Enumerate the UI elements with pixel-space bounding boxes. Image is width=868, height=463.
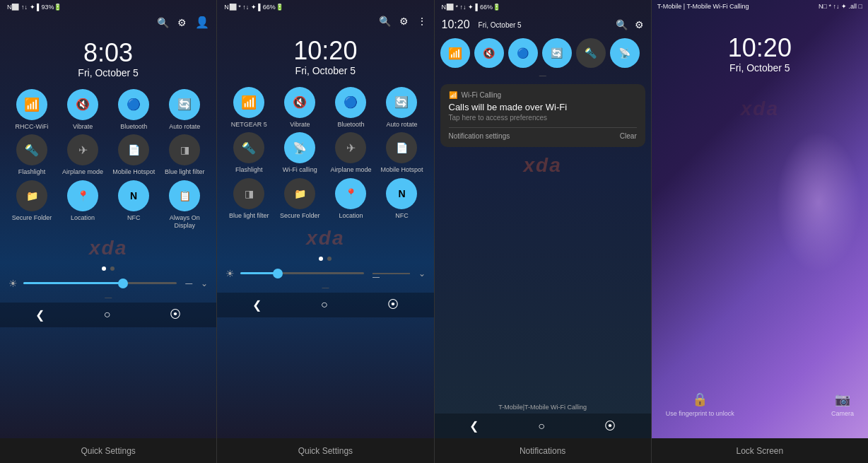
tile-icon-securefolder-2[interactable]: 📁	[284, 178, 315, 209]
notif-tile-vibrate[interactable]: 🔇	[474, 38, 504, 68]
recent-button-3[interactable]: ⦿	[604, 420, 616, 433]
notif-tile-wifi[interactable]: 📶	[440, 38, 470, 68]
notif-tile-flash[interactable]: 🔦	[576, 38, 606, 68]
xda-watermark-2: xda	[217, 224, 433, 252]
brightness-icon-1: ☀	[8, 278, 18, 289]
tile-label-location-1: Location	[71, 214, 95, 222]
status-bar-2: N⬜ * ↑↓ ✦ ▌66%🔋	[217, 0, 433, 14]
lock-status-bar: T-Mobile | T-Mobile Wi-Fi Calling N□ * ↑…	[652, 0, 868, 13]
tile-location-1[interactable]: 📍 Location	[59, 180, 106, 230]
tile-wifi-2[interactable]: 📶 NETGEAR 5	[225, 87, 272, 129]
tile-bluelight-1[interactable]: ◨ Blue light filter	[161, 134, 208, 176]
tile-flash-1[interactable]: 🔦 Flashlight	[8, 134, 55, 176]
tile-vibrate-1[interactable]: 🔇 Vibrate	[59, 89, 106, 131]
notif-tile-rotate[interactable]: 🔄	[542, 38, 572, 68]
tile-bt-2[interactable]: 🔵 Bluetooth	[327, 87, 374, 129]
quick-tiles-2: 📶 NETGEAR 5 🔇 Vibrate 🔵 Bluetooth 🔄 Auto…	[217, 87, 433, 220]
notif-tile-wificall[interactable]: 📡	[610, 38, 640, 68]
home-button-3[interactable]: ○	[538, 420, 545, 433]
brightness-track-1[interactable]	[23, 282, 177, 284]
notif-search-icon[interactable]: 🔍	[616, 19, 628, 30]
tile-icon-location-2[interactable]: 📍	[335, 178, 366, 209]
screen-lock: T-Mobile | T-Mobile Wi-Fi Calling N□ * ↑…	[652, 0, 868, 438]
notif-settings-icon[interactable]: ⚙	[635, 19, 644, 30]
home-button-1[interactable]: ○	[104, 308, 111, 321]
tile-icon-bluelight-1[interactable]: ◨	[169, 134, 200, 165]
tile-icon-rotate-2[interactable]: 🔄	[386, 87, 417, 118]
search-icon-2[interactable]: 🔍	[379, 16, 391, 27]
tile-icon-hotspot-2[interactable]: 📄	[386, 132, 417, 163]
tile-icon-airplane-1[interactable]: ✈	[67, 134, 98, 165]
tile-icon-bt-1[interactable]: 🔵	[118, 89, 149, 120]
tile-icon-wificall-2[interactable]: 📡	[284, 132, 315, 163]
tile-icon-securefolder-1[interactable]: 📁	[16, 180, 47, 211]
tile-icon-location-1[interactable]: 📍	[67, 180, 98, 211]
tile-location-2[interactable]: 📍 Location	[327, 178, 374, 220]
brightness-line-2: —	[373, 273, 409, 274]
tile-wificall-2[interactable]: 📡 Wi-Fi calling	[276, 132, 323, 174]
notif-action-settings[interactable]: Notification settings	[449, 132, 510, 140]
tile-wifi-1[interactable]: 📶 RHCC-WiFi	[8, 89, 55, 131]
back-button-3[interactable]: ❮	[469, 419, 479, 433]
recent-button-1[interactable]: ⦿	[170, 308, 181, 321]
settings-icon-2[interactable]: ⚙	[399, 16, 409, 27]
dot-2-inactive	[327, 257, 332, 261]
brightness-thumb-2[interactable]	[273, 269, 283, 279]
tile-icon-bt-2[interactable]: 🔵	[335, 87, 366, 118]
tile-vibrate-2[interactable]: 🔇 Vibrate	[276, 87, 323, 129]
tile-icon-flash-1[interactable]: 🔦	[16, 134, 47, 165]
brightness-track-2[interactable]	[240, 272, 364, 274]
notif-date: Fri, October 5	[479, 21, 522, 29]
tile-rotate-1[interactable]: 🔄 Auto rotate	[161, 89, 208, 131]
notif-card-actions: Notification settings Clear	[449, 127, 637, 140]
brightness-auto-1[interactable]: —	[185, 279, 192, 287]
recent-button-2[interactable]: ⦿	[387, 298, 399, 311]
tile-icon-vibrate-1[interactable]: 🔇	[67, 89, 98, 120]
tile-icon-nfc-2[interactable]: N	[386, 178, 417, 209]
tile-airplane-1[interactable]: ✈ Airplane mode	[59, 134, 106, 176]
back-button-1[interactable]: ❮	[35, 308, 45, 322]
tile-aod-1[interactable]: 📋 Always On Display	[161, 180, 208, 230]
tile-label-rotate-2: Auto rotate	[386, 121, 417, 129]
lock-fingerprint-action[interactable]: 🔒 Use fingerprint to unlock	[666, 392, 734, 417]
more-icon-1[interactable]: 👤	[195, 16, 209, 29]
back-button-2[interactable]: ❮	[252, 298, 262, 312]
brightness-icon-2: ☀	[225, 268, 235, 279]
tile-securefolder-1[interactable]: 📁 Secure Folder	[8, 180, 55, 230]
expand-icon-1[interactable]: ⌄	[201, 279, 208, 288]
tile-hotspot-1[interactable]: 📄 Mobile Hotspot	[110, 134, 157, 176]
tile-icon-wifi-1[interactable]: 📶	[16, 89, 47, 120]
tile-icon-airplane-2[interactable]: ✈	[335, 132, 366, 163]
tile-icon-vibrate-2[interactable]: 🔇	[284, 87, 315, 118]
tile-hotspot-2[interactable]: 📄 Mobile Hotspot	[378, 132, 425, 174]
tile-nfc-1[interactable]: N NFC	[110, 180, 157, 230]
tile-icon-flash-2[interactable]: 🔦	[233, 132, 264, 163]
tile-label-flash-1: Flashlight	[18, 168, 46, 176]
brightness-fill-1	[23, 282, 123, 284]
lock-camera-action[interactable]: 📷 Camera	[831, 392, 854, 417]
tile-icon-aod-1[interactable]: 📋	[169, 180, 200, 211]
tile-bluelight-2[interactable]: ◨ Blue light filter	[225, 178, 272, 220]
tile-rotate-2[interactable]: 🔄 Auto rotate	[378, 87, 425, 129]
tile-label-vibrate-2: Vibrate	[290, 121, 310, 129]
tile-icon-hotspot-1[interactable]: 📄	[118, 134, 149, 165]
tile-flash-2[interactable]: 🔦 Flashlight	[225, 132, 272, 174]
expand-icon-2[interactable]: ⌄	[418, 269, 426, 279]
notif-action-clear[interactable]: Clear	[620, 132, 637, 140]
tile-icon-wifi-2[interactable]: 📶	[233, 87, 264, 118]
tile-icon-bluelight-2[interactable]: ◨	[233, 178, 264, 209]
more-icon-2[interactable]: ⋮	[417, 16, 427, 27]
tile-securefolder-2[interactable]: 📁 Secure Folder	[276, 178, 323, 220]
search-icon-1[interactable]: 🔍	[157, 17, 169, 28]
caption-lock: Lock Screen	[652, 438, 868, 463]
tile-airplane-2[interactable]: ✈ Airplane mode	[327, 132, 374, 174]
tile-icon-rotate-1[interactable]: 🔄	[169, 89, 200, 120]
tile-bt-1[interactable]: 🔵 Bluetooth	[110, 89, 157, 131]
notif-tile-bt[interactable]: 🔵	[508, 38, 538, 68]
tile-nfc-2[interactable]: N NFC	[378, 178, 425, 220]
tile-icon-nfc-1[interactable]: N	[118, 180, 149, 211]
brightness-thumb-1[interactable]	[118, 279, 128, 288]
home-button-2[interactable]: ○	[321, 298, 328, 311]
camera-icon: 📷	[835, 392, 850, 407]
settings-icon-1[interactable]: ⚙	[177, 17, 187, 28]
